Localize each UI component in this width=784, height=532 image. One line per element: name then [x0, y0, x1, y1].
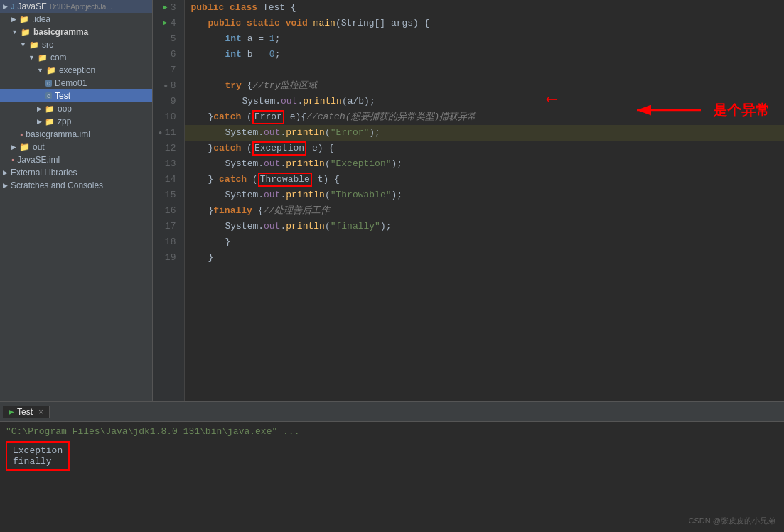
bottom-tabs: ▶ Test ×: [0, 402, 784, 422]
line-num-13: 13: [159, 156, 178, 172]
method-println3: println: [286, 156, 325, 172]
sidebar-label-basicgramma-iml: basicgramma.iml: [26, 129, 90, 139]
code-line-6: int b = 0;: [185, 47, 784, 63]
out-keyword5: out: [264, 219, 280, 234]
line-num-8: ◆ 8: [159, 78, 178, 94]
folder-icon: 📁: [45, 104, 55, 114]
kw-class: class: [230, 0, 263, 16]
out-keyword2: out: [264, 125, 280, 141]
num-0: 0: [269, 47, 275, 63]
error-boxed: Error: [252, 110, 284, 124]
line-num-16: 16: [159, 203, 178, 219]
sidebar-item-out[interactable]: ▶ 📁 out: [0, 141, 152, 153]
line-num-14: 14: [159, 172, 178, 188]
folder-icon: 📁: [21, 28, 31, 37]
line-num-3: ▶ 3: [159, 0, 178, 16]
sidebar-label-javase-iml: JavaSE.iml: [17, 155, 60, 165]
code-line-17: System.out.println("finally");: [185, 219, 784, 234]
arrow-icon: ▶: [3, 182, 8, 189]
code-lines: public class Test { public static void m…: [185, 0, 784, 401]
sidebar-item-javase-iml[interactable]: ▪ JavaSE.iml: [0, 153, 152, 166]
sidebar-item-scratches[interactable]: ▶ Scratches and Consoles: [0, 179, 152, 192]
cls-test: Test {: [263, 0, 296, 16]
bottom-tab-close[interactable]: ×: [38, 407, 43, 417]
code-line-13: System.out.println("Exception");: [185, 156, 784, 172]
sidebar-item-src[interactable]: ▼ 📁 src: [0, 38, 152, 51]
line-num-17: 17: [159, 219, 178, 234]
sidebar-item-ext-libs[interactable]: ▶ External Libraries: [0, 166, 152, 179]
bottom-panel: ▶ Test × "C:\Program Files\Java\jdk1.8.0…: [0, 401, 784, 532]
sidebar-item-com[interactable]: ▼ 📁 com: [0, 51, 152, 64]
sidebar-item-javase[interactable]: ▶ J JavaSE D:\IDEAproject\Ja...: [0, 0, 152, 13]
sidebar-label-idea: .idea: [32, 14, 50, 24]
folder-icon: 📁: [38, 53, 48, 63]
kw-public2: public: [208, 16, 247, 31]
arrow-icon: ▼: [37, 67, 43, 74]
sidebar-label-exception: exception: [59, 65, 95, 75]
code-line-14: } catch (Throwable t) {: [185, 172, 784, 188]
kw-finally: finally: [213, 203, 257, 219]
annotation-container: 是个异常: [633, 99, 770, 121]
sidebar-item-basicgramma[interactable]: ▼ 📁 basicgramma: [0, 26, 152, 38]
sidebar-path-javase: D:\IDEAproject\Ja...: [50, 3, 112, 11]
kw-public: public: [190, 0, 230, 16]
code-line-4: public static void main(String[] args) {: [185, 16, 784, 31]
sidebar: ▶ J JavaSE D:\IDEAproject\Ja... ▶ 📁 .ide…: [0, 0, 153, 401]
sidebar-item-basicgramma-iml[interactable]: ▪ basicgramma.iml: [0, 128, 152, 141]
arrow-icon: ▶: [11, 16, 16, 23]
code-line-3: public class Test {: [185, 0, 784, 16]
red-arrow-icon: ⟵: [547, 92, 557, 108]
system-out: System.: [242, 94, 281, 109]
iml-icon: ▪: [20, 129, 23, 139]
code-line-19: }: [185, 250, 784, 266]
sidebar-label-src: src: [42, 40, 53, 50]
project-icon: J: [11, 3, 15, 11]
kw-static: static: [247, 16, 286, 31]
folder-icon: 📁: [46, 66, 56, 75]
output-line-finally: finally: [13, 456, 63, 467]
editor-area: ▶ 3 ▶ 4 5 6 7 ◆ 8 9 10 ◆ 11: [153, 0, 784, 401]
str-exception: "Exception": [331, 156, 392, 172]
folder-icon: 📁: [29, 40, 39, 50]
kw-void: void: [286, 16, 313, 31]
method-println4: println: [286, 188, 325, 203]
bottom-tab-label: Test: [17, 407, 33, 417]
system-out3: System.: [225, 156, 264, 172]
arrow-icon: ▶: [3, 169, 8, 176]
kw-try: try: [225, 78, 247, 94]
iml-icon: ▪: [11, 155, 14, 165]
console-cmd-line: "C:\Program Files\Java\jdk1.8.0_131\bin\…: [0, 425, 784, 438]
method-main: main: [313, 16, 335, 31]
line-num-10: 10: [159, 109, 178, 125]
java-class-icon: c: [45, 92, 52, 99]
bottom-content: "C:\Program Files\Java\jdk1.8.0_131\bin\…: [0, 422, 784, 532]
line-num-6: 6: [159, 47, 178, 63]
folder-icon: 📁: [19, 15, 29, 24]
code-line-7: [185, 63, 784, 78]
sidebar-label-basicgramma: basicgramma: [33, 27, 88, 37]
comment-finally: //处理善后工作: [263, 203, 330, 219]
line-num-5: 5: [159, 31, 178, 47]
line-num-9: 9: [159, 94, 178, 109]
sidebar-label-oop: oop: [58, 104, 72, 114]
line-num-7: 7: [159, 63, 178, 78]
sidebar-item-idea[interactable]: ▶ 📁 .idea: [0, 13, 152, 26]
sidebar-label-out: out: [33, 142, 45, 152]
system-out5: System.: [225, 219, 264, 234]
sidebar-item-test[interactable]: c Test: [0, 89, 152, 102]
arrow-icon: ▼: [28, 54, 35, 61]
out-keyword4: out: [264, 188, 280, 203]
arrow-icon: ▶: [11, 143, 16, 151]
sidebar-item-exception[interactable]: ▼ 📁 exception: [0, 64, 152, 77]
output-line-exception: Exception: [13, 445, 63, 456]
kw-int: int: [225, 31, 241, 47]
bottom-tab-test[interactable]: ▶ Test ×: [3, 406, 50, 418]
sidebar-item-zpp[interactable]: ▶ 📁 zpp: [0, 115, 152, 128]
run-icon-4[interactable]: ▶: [163, 16, 168, 31]
exception-boxed: Exception: [252, 141, 306, 156]
run-icon-3[interactable]: ▶: [163, 0, 168, 16]
num-1: 1: [269, 31, 275, 47]
sidebar-item-demo01[interactable]: c Demo01: [0, 77, 152, 89]
line-numbers: ▶ 3 ▶ 4 5 6 7 ◆ 8 9 10 ◆ 11: [153, 0, 185, 401]
sidebar-item-oop[interactable]: ▶ 📁 oop: [0, 102, 152, 115]
